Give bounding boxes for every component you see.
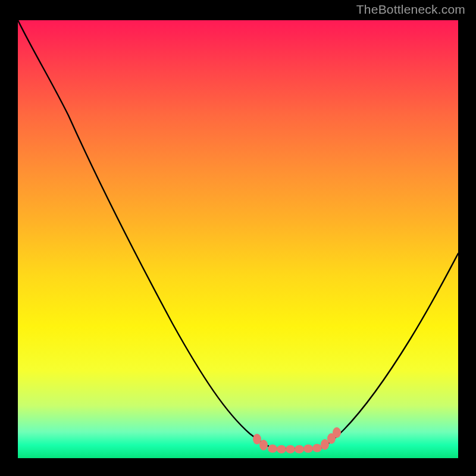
svg-point-3 [277, 445, 286, 453]
svg-point-6 [303, 444, 313, 453]
svg-point-5 [295, 445, 304, 453]
bottleneck-curve [18, 20, 458, 449]
chart-frame: TheBottleneck.com [0, 0, 476, 476]
curve-layer [18, 20, 458, 458]
svg-point-4 [286, 445, 295, 453]
watermark-text: TheBottleneck.com [356, 2, 465, 17]
svg-point-1 [259, 440, 268, 450]
svg-point-7 [312, 444, 322, 452]
svg-point-10 [333, 427, 341, 438]
plot-area [18, 20, 458, 458]
svg-point-2 [268, 444, 277, 453]
highlight-dots [253, 427, 341, 453]
